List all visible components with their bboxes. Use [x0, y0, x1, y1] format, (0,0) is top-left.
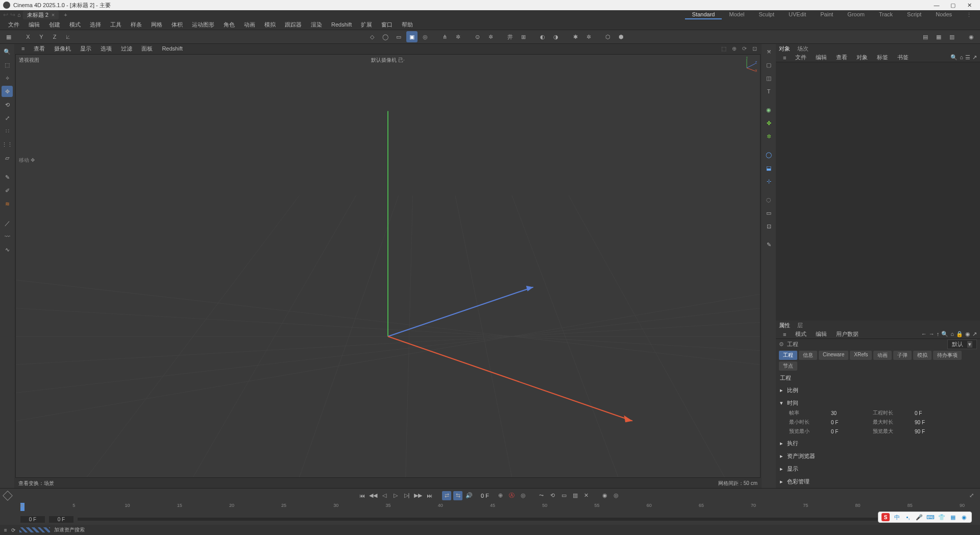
- prim-active-icon[interactable]: ▣: [406, 31, 418, 42]
- ime-mic-icon[interactable]: 🎤: [915, 513, 923, 521]
- home-icon[interactable]: ⌂: [17, 12, 21, 18]
- menu-item[interactable]: 样条: [127, 20, 146, 30]
- attr-subtab[interactable]: 模拟: [913, 351, 932, 360]
- attr-group-header[interactable]: ▾时间: [780, 398, 976, 408]
- obj-menu-item[interactable]: 书签: [893, 53, 913, 62]
- layout-tab-sculpt[interactable]: Sculpt: [751, 10, 781, 19]
- particle-icon[interactable]: ✱: [570, 31, 581, 42]
- goto-end-icon[interactable]: ⏭: [425, 491, 434, 500]
- menu-item[interactable]: 网格: [147, 20, 166, 30]
- range-start-inner[interactable]: 0 F: [49, 516, 74, 523]
- cs-circle-icon[interactable]: ◌: [763, 194, 774, 205]
- vp-menu-item[interactable]: 摄像机: [50, 44, 75, 53]
- tab-takes[interactable]: 场次: [797, 45, 808, 53]
- attr-field-value[interactable]: 90 F: [915, 429, 950, 434]
- minimize-button[interactable]: —: [933, 2, 940, 9]
- points-mode-icon[interactable]: ∷: [2, 126, 13, 137]
- cs-cube-icon[interactable]: ◫: [763, 72, 774, 84]
- attr-panel-icon[interactable]: ←: [921, 331, 927, 337]
- obj-panel-icon[interactable]: 🔍: [950, 54, 958, 61]
- axis-lock-icon[interactable]: ⟀: [62, 31, 74, 42]
- ime-user-icon[interactable]: ◉: [960, 513, 968, 521]
- ime-toolbox-icon[interactable]: ▦: [949, 513, 957, 521]
- loop-icon[interactable]: ⇄: [442, 491, 451, 500]
- layout-tab-model[interactable]: Model: [722, 10, 751, 19]
- settings-icon[interactable]: ✲: [452, 31, 463, 42]
- layout-tab-groom[interactable]: Groom: [840, 10, 872, 19]
- tab-layers[interactable]: 层: [797, 322, 803, 329]
- ime-skin-icon[interactable]: 👕: [938, 513, 946, 521]
- render-region-icon[interactable]: ▤: [920, 31, 931, 42]
- prim-cube-icon[interactable]: ◇: [366, 31, 378, 42]
- viewport-axis-gizmo[interactable]: Y X Z: [742, 57, 757, 72]
- obj-panel-icon[interactable]: ↗: [972, 54, 977, 61]
- tl-opt3-icon[interactable]: ▭: [559, 491, 569, 500]
- document-tab-close[interactable]: ×: [52, 12, 55, 18]
- sym2-icon[interactable]: ◑: [550, 31, 561, 42]
- attr-subtab[interactable]: 节点: [779, 361, 797, 371]
- brush3-icon[interactable]: ≋: [2, 198, 13, 209]
- pen2-icon[interactable]: 〰: [2, 231, 13, 242]
- ime-bar[interactable]: S 中 •, 🎤 ⌨ 👕 ▦ ◉: [878, 512, 972, 523]
- menu-item[interactable]: 帮助: [398, 20, 417, 30]
- obj-panel-icon[interactable]: ☰: [965, 54, 970, 61]
- prev-key-icon[interactable]: ◀◀: [369, 491, 378, 500]
- scale-tool-icon[interactable]: ⤢: [2, 112, 13, 124]
- attr-menu-hamburger[interactable]: ≡: [779, 331, 790, 338]
- nav-back-icon[interactable]: ↩: [3, 11, 8, 18]
- cs-screen-icon[interactable]: ⊡: [763, 221, 774, 232]
- attr-subtab[interactable]: 信息: [799, 351, 817, 360]
- vp-menu-item[interactable]: 过滤: [117, 44, 136, 53]
- attr-menu-item[interactable]: 用户数据: [832, 330, 863, 338]
- menu-item[interactable]: 动画: [240, 20, 259, 30]
- ime-keyboard-icon[interactable]: ⌨: [926, 513, 935, 521]
- menu-item[interactable]: 跟踪器: [281, 20, 306, 30]
- object-menu-hamburger[interactable]: ≡: [779, 54, 790, 61]
- search-icon[interactable]: 🔍: [2, 46, 13, 57]
- attr-group-header[interactable]: ▸色彩管理: [780, 476, 976, 487]
- menu-item[interactable]: 体积: [167, 20, 187, 30]
- viewport-menu-hamburger[interactable]: ≡: [17, 45, 29, 52]
- attr-group-header[interactable]: ▸执行: [780, 438, 976, 449]
- brush1-icon[interactable]: ✎: [2, 172, 13, 183]
- attr-subtab[interactable]: 动画: [873, 351, 892, 360]
- attr-field-value[interactable]: 0 F: [831, 420, 867, 425]
- attr-group-header[interactable]: ▸显示: [780, 464, 976, 474]
- obj-panel-icon[interactable]: ⌂: [960, 54, 963, 61]
- attr-panel-icon[interactable]: ↑: [937, 331, 940, 337]
- cs-frame-icon[interactable]: ⤧: [763, 46, 774, 57]
- attr-subtab[interactable]: XRefs: [850, 351, 872, 360]
- cs-camera-icon[interactable]: ▭: [763, 207, 774, 218]
- axis-x-button[interactable]: X: [22, 31, 34, 42]
- attr-subtab[interactable]: 工程: [779, 351, 797, 360]
- deformer-icon[interactable]: ⋔: [439, 31, 450, 42]
- keyframe-icon[interactable]: [3, 491, 13, 501]
- ime-punct-icon[interactable]: •,: [904, 513, 912, 521]
- render-queue-icon[interactable]: ▥: [946, 31, 958, 42]
- polys-mode-icon[interactable]: ▱: [2, 152, 13, 163]
- vp-nav-icon[interactable]: ⊕: [730, 44, 738, 53]
- menu-item[interactable]: 选择: [86, 20, 105, 30]
- range-start[interactable]: 0 F: [20, 516, 45, 523]
- render-frame-icon[interactable]: ▦: [933, 31, 944, 42]
- status-sync-icon[interactable]: ⟳: [11, 527, 15, 533]
- tab-objects[interactable]: 对象: [779, 45, 790, 53]
- next-frame-icon[interactable]: ▷|: [402, 491, 411, 500]
- cs-blue2-icon[interactable]: ⬓: [763, 162, 774, 174]
- cs-node-icon[interactable]: ⊹: [763, 176, 774, 187]
- volume-icon[interactable]: ⬡: [602, 31, 614, 42]
- attr-group-header[interactable]: ▸资产浏览器: [780, 451, 976, 461]
- prev-frame-icon[interactable]: ◁: [380, 491, 389, 500]
- rec-key-icon[interactable]: ◎: [519, 491, 528, 500]
- vp-menu-item[interactable]: 查看: [30, 44, 49, 53]
- tl-rec2-icon[interactable]: ◎: [611, 491, 621, 500]
- brush2-icon[interactable]: ✐: [2, 185, 13, 196]
- next-key-icon[interactable]: ▶▶: [413, 491, 423, 500]
- tl-rec1-icon[interactable]: ◉: [600, 491, 609, 500]
- attr-subtab[interactable]: Cineware: [819, 351, 848, 360]
- axis-y-button[interactable]: Y: [36, 31, 47, 42]
- attr-field-value[interactable]: 30: [831, 410, 867, 416]
- layout-tab-script[interactable]: Script: [900, 10, 928, 19]
- loop2-icon[interactable]: ⇆: [453, 491, 462, 500]
- sound-icon[interactable]: 🔊: [464, 491, 474, 500]
